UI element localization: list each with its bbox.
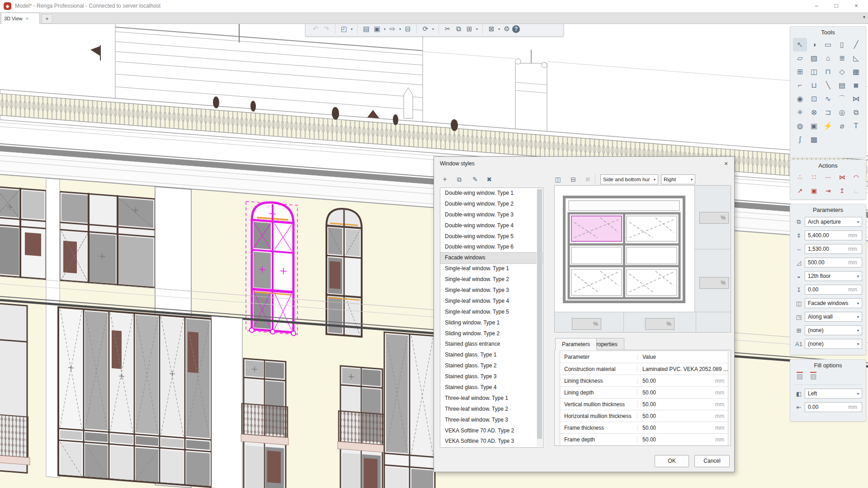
dialog-close-icon[interactable]: ×	[722, 159, 731, 168]
wiring-tool-icon[interactable]: ⚡	[821, 119, 835, 133]
add-style-button[interactable]: +	[439, 174, 450, 185]
electric-panel-tool-icon[interactable]: ▣	[807, 119, 821, 133]
fill-direction-left-icon[interactable]: ▨	[797, 372, 803, 380]
delete-style-button[interactable]: ✖	[484, 174, 495, 185]
cancel-button[interactable]: Cancel	[694, 455, 730, 467]
duct-elbow-tool-icon[interactable]: ⌐	[793, 79, 807, 92]
chevron-down-icon[interactable]: ▾	[349, 27, 354, 31]
parameter-field[interactable]: Facade windows ▾	[805, 298, 862, 308]
chevron-down-icon[interactable]: ▾	[398, 27, 402, 31]
window-style-list-item[interactable]: Single-leaf window. Type 3	[440, 285, 543, 296]
hung-type-dropdown[interactable]: Side and bottom hur ▾	[600, 174, 658, 184]
window-style-list-item[interactable]: Stained glass entrance	[440, 339, 543, 350]
close-button[interactable]: ×	[846, 0, 866, 12]
route-tool-icon[interactable]: ʃ	[793, 133, 807, 146]
maximize-button[interactable]: □	[826, 0, 846, 12]
window-style-list-item[interactable]: Double-wing window. Type 6	[440, 242, 543, 253]
line-tool-icon[interactable]: ╲	[821, 79, 835, 92]
parameter-field[interactable]: 12th floor ▾	[805, 271, 862, 281]
mep-equipment-tool-icon[interactable]: ◙	[849, 79, 863, 92]
beam-tool-icon[interactable]: ╱	[849, 38, 863, 52]
pipe-bend-tool-icon[interactable]: ⌒	[835, 92, 849, 106]
minimize-button[interactable]: –	[807, 0, 826, 12]
hatch-tool-icon[interactable]: ▩	[807, 133, 821, 146]
tab-overflow-icon[interactable]: ▾	[863, 14, 865, 19]
width-percent-field[interactable]: %	[699, 212, 729, 224]
table-row[interactable]: Horizontal mullion thickness 50.00 mm	[560, 410, 728, 422]
window-style-list-item[interactable]: Single-leaf window. Type 1	[440, 263, 543, 274]
window-style-list-item[interactable]: Facade windows	[440, 253, 543, 263]
linear-array-action-icon[interactable]: ⋯	[821, 171, 835, 183]
equipment-tool-icon[interactable]: ▤	[835, 79, 849, 92]
duct-stack-tool-icon[interactable]: ⧉	[849, 106, 863, 119]
window-style-list-item[interactable]: Stained glass. Type 3	[440, 371, 543, 382]
split-horizontal-button[interactable]: ⊟	[568, 174, 579, 185]
width-percent-field[interactable]: %	[699, 277, 729, 289]
air-terminal-tool-icon[interactable]: ◎	[835, 106, 849, 119]
copy-action-icon[interactable]: ▣	[807, 185, 821, 197]
window-style-list-item[interactable]: Double-wing window. Type 4	[440, 221, 543, 231]
parameter-field[interactable]: 0.00 mm	[805, 285, 862, 295]
tab-parameters[interactable]: Parameters	[555, 338, 597, 350]
window-style-list-item[interactable]: VEKA Softline 70 AD. Type 2	[440, 426, 543, 436]
table-row[interactable]: Frame thickness 50.00 mm	[560, 422, 728, 434]
pipe-tool-icon[interactable]: ∿	[821, 92, 835, 106]
duplicate-style-button[interactable]: ⧉	[454, 174, 465, 185]
parameter-field[interactable]: 5,400.00 mm	[805, 230, 862, 240]
window-style-list-item[interactable]: Sliding window. Type 2	[440, 328, 543, 339]
wall-tool-icon[interactable]: ▭	[821, 38, 835, 52]
chevron-down-icon[interactable]: ▾	[382, 27, 387, 31]
scrollbar-thumb[interactable]	[537, 189, 542, 439]
window-schematic[interactable]	[561, 194, 687, 305]
window-style-list-item[interactable]: Single-leaf window. Type 2	[440, 274, 543, 285]
column-tool-icon[interactable]: ▯	[835, 38, 849, 52]
new-tab-button[interactable]: +	[42, 14, 52, 23]
clear-split-button[interactable]: ✖	[582, 174, 593, 185]
window-style-list-item[interactable]: Three-leaf window. Type 1	[440, 393, 543, 404]
move-action-icon[interactable]: ↗	[793, 185, 807, 197]
parameter-field[interactable]: Arch aperture ▾	[805, 217, 862, 227]
tab-close-icon[interactable]: ×	[26, 16, 28, 21]
rotate-action-icon[interactable]: ◠	[849, 171, 863, 183]
roof-tool-icon[interactable]: ⌂	[821, 52, 835, 65]
sanitary-tool-icon[interactable]: ◉	[793, 92, 807, 106]
window-style-list-item[interactable]: Double-wing window. Type 5	[440, 231, 543, 242]
model-object-tool-icon[interactable]: ▦	[849, 65, 863, 79]
circular-array-action-icon[interactable]: ∷	[807, 171, 821, 183]
window-style-list-item[interactable]: Single-leaf window. Type 5	[440, 307, 543, 318]
fill-option-field[interactable]: Left ▾	[805, 389, 862, 399]
select-tool-icon[interactable]: ↖	[793, 38, 807, 52]
pick-style-tool-icon[interactable]: ◑	[807, 38, 821, 52]
furniture-tool-icon[interactable]: ⊓	[821, 65, 835, 79]
window-style-list-item[interactable]: Three-leaf window. Type 3	[440, 415, 543, 426]
ramp-tool-icon[interactable]: ◺	[849, 52, 863, 65]
table-row[interactable]: Frame depth 50.00 mm	[560, 434, 728, 446]
window-style-list-item[interactable]: Single-leaf window. Type 4	[440, 296, 543, 307]
window-style-list-item[interactable]: Stained glass. Type 4	[440, 382, 543, 393]
fill-option-field[interactable]: 0.00 mm	[805, 402, 862, 412]
parameter-field[interactable]: Along wall ▾	[805, 312, 862, 322]
height-percent-field[interactable]: %	[645, 318, 675, 330]
stair-tool-icon[interactable]: ≣	[835, 52, 849, 65]
parameter-field[interactable]: (none) ▾	[805, 325, 862, 335]
table-row[interactable]: Lining depth 50.00 mm	[560, 387, 728, 399]
window-style-list-item[interactable]: Three-leaf window. Type 2	[440, 404, 543, 415]
split-vertical-button[interactable]: ◫	[552, 174, 563, 185]
window-style-list-item[interactable]: Stained glass. Type 2	[440, 361, 543, 371]
pipe-fitting-tool-icon[interactable]: ⊗	[807, 106, 821, 119]
tab-3d-view[interactable]: 3D View ×	[1, 13, 40, 24]
floor-tool-icon[interactable]: ▱	[793, 52, 807, 65]
table-row[interactable]: Lining thickness 50.00 mm	[560, 375, 728, 387]
height-percent-field[interactable]: %	[572, 318, 601, 330]
window-style-list-item[interactable]: Stained glass. Type 1	[440, 350, 543, 361]
valve-tool-icon[interactable]: ⋈	[849, 92, 863, 106]
dimension-tool-icon[interactable]: ⌀	[835, 119, 849, 133]
extend-action-icon[interactable]: ⇥	[821, 185, 835, 197]
element-tool-icon[interactable]: ◇	[835, 65, 849, 79]
fan-tool-icon[interactable]: ✳	[793, 106, 807, 119]
opening-tool-icon[interactable]: ▨	[807, 52, 821, 65]
point-array-action-icon[interactable]: ∴	[793, 171, 807, 183]
window-style-list-item[interactable]: Sliding window. Type 1	[440, 318, 543, 328]
hinge-side-dropdown[interactable]: Right ▾	[661, 174, 695, 184]
ok-button[interactable]: OK	[655, 455, 689, 467]
